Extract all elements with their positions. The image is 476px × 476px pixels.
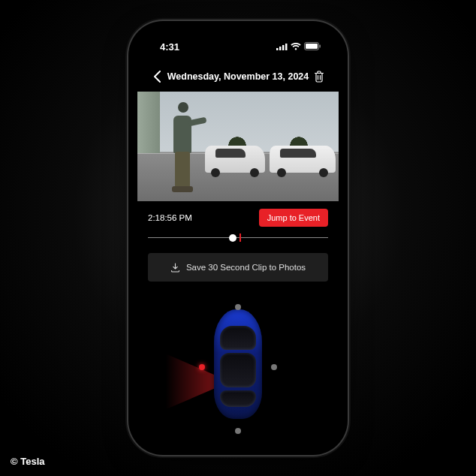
save-clip-button[interactable]: Save 30 Second Clip to Photos <box>148 253 328 282</box>
video-scrubber[interactable] <box>137 231 339 249</box>
camera-front[interactable] <box>235 304 241 310</box>
svg-rect-0 <box>276 48 279 50</box>
cell-signal-icon <box>276 41 288 53</box>
phone-screen: 4:31 Wednesday, November 13, 2024 <box>137 30 339 446</box>
back-button[interactable] <box>148 68 166 86</box>
jump-to-event-button[interactable]: Jump to Event <box>259 209 328 227</box>
svg-rect-1 <box>279 47 282 50</box>
camera-selector <box>137 282 339 446</box>
svg-rect-6 <box>320 44 321 47</box>
dynamic-island <box>206 38 270 56</box>
svg-rect-3 <box>285 44 288 50</box>
battery-icon <box>304 41 321 53</box>
page-title: Wednesday, November 13, 2024 <box>167 71 309 82</box>
camera-left[interactable] <box>199 364 205 370</box>
scrubber-thumb[interactable] <box>229 234 236 242</box>
chevron-left-icon <box>153 71 161 83</box>
event-marker <box>240 233 241 242</box>
delete-button[interactable] <box>310 68 328 86</box>
save-clip-label: Save 30 Second Clip to Photos <box>186 263 306 272</box>
svg-rect-2 <box>282 45 285 50</box>
phone-frame: 4:31 Wednesday, November 13, 2024 <box>128 21 348 455</box>
download-icon <box>170 263 180 273</box>
video-player[interactable] <box>137 92 339 201</box>
svg-rect-5 <box>306 44 318 49</box>
camera-rear[interactable] <box>235 428 241 434</box>
app-header: Wednesday, November 13, 2024 <box>137 63 339 90</box>
active-camera-beam <box>166 354 220 409</box>
image-credit: © Tesla <box>11 456 44 467</box>
status-time: 4:31 <box>160 41 179 53</box>
wifi-icon <box>291 41 301 53</box>
vehicle-top-view <box>214 309 262 419</box>
camera-right[interactable] <box>271 364 277 370</box>
playback-timestamp: 2:18:56 PM <box>148 213 192 222</box>
video-frame-content <box>137 92 339 201</box>
trash-icon <box>314 71 324 83</box>
